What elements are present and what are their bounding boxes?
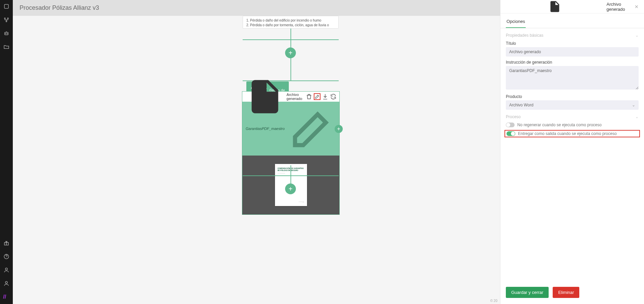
product-label: Producto xyxy=(506,94,639,99)
refresh-icon[interactable] xyxy=(330,93,337,100)
toggle-output-row: Entregar como salida cuando se ejecuta c… xyxy=(504,130,640,137)
svg-point-6 xyxy=(7,33,8,34)
toggle-noregen[interactable] xyxy=(506,123,515,127)
delete-button[interactable]: Eliminar xyxy=(553,287,579,298)
gift-icon[interactable] xyxy=(3,240,9,246)
home-icon[interactable] xyxy=(3,3,9,9)
toggle-noregen-label: No regenerar cuando se ejecuta como proc… xyxy=(517,123,602,127)
svg-point-10 xyxy=(5,281,7,283)
help-icon[interactable] xyxy=(3,254,9,260)
node-subtitle: GarantiasPDF_maestro xyxy=(246,127,285,131)
add-node-button[interactable]: + xyxy=(285,47,296,58)
svg-rect-0 xyxy=(4,4,8,8)
bot-icon[interactable] xyxy=(3,30,9,36)
svg-point-9 xyxy=(5,268,7,270)
flow-icon[interactable] xyxy=(3,17,9,23)
svg-point-3 xyxy=(6,21,7,22)
trash-icon[interactable] xyxy=(306,93,312,100)
svg-point-5 xyxy=(5,33,6,34)
generated-file-node[interactable]: Archivo generado GarantiasPDF_maestro CO… xyxy=(242,91,340,215)
pencil-icon[interactable] xyxy=(287,104,336,153)
save-button[interactable]: Guardar y cerrar xyxy=(506,287,549,298)
product-select[interactable]: Archivo Word xyxy=(506,100,639,110)
connector-line xyxy=(290,29,291,40)
user2-icon[interactable] xyxy=(3,280,9,286)
brand-logo: ll xyxy=(3,294,10,301)
node-header: Archivo generado xyxy=(242,92,339,102)
toggle-noregen-row: No regenerar cuando se ejecuta como proc… xyxy=(506,123,639,127)
toggle-output-label: Entregar como salida cuando se ejecuta c… xyxy=(518,131,617,136)
svg-point-1 xyxy=(4,18,5,19)
section-process[interactable]: Proceso xyxy=(506,114,639,119)
user-icon[interactable] xyxy=(3,267,9,273)
panel-header: Archivo generado ✕ xyxy=(500,0,644,13)
panel-body: Propiedades básicas Título Instrucción d… xyxy=(500,28,644,282)
properties-panel: Archivo generado ✕ Opciones Propiedades … xyxy=(500,0,644,304)
copyright: © 20 xyxy=(490,299,497,303)
instruction-label: Instrucción de generación xyxy=(506,60,639,65)
prev-node-line2: 2. Pérdida o daño por tormenta, ciclón, … xyxy=(246,23,335,29)
svg-point-2 xyxy=(7,18,8,19)
node-title: Archivo generado xyxy=(286,93,306,101)
section-basic[interactable]: Propiedades básicas xyxy=(506,33,639,38)
add-node-button[interactable]: + xyxy=(285,183,296,194)
toggle-output[interactable] xyxy=(507,131,515,136)
connector-hline xyxy=(243,175,339,176)
prev-node-card[interactable]: 1. Pérdida o daño del edificio por incen… xyxy=(243,16,339,29)
file-icon xyxy=(506,0,604,13)
title-input[interactable] xyxy=(506,47,639,57)
folder-icon[interactable] xyxy=(3,44,9,50)
connector-line xyxy=(290,40,291,80)
title-label: Título xyxy=(506,41,639,46)
edit-icon[interactable] xyxy=(314,93,320,100)
page-title: Procesador Pólizas Allianz v3 xyxy=(20,4,99,11)
file-icon xyxy=(245,77,285,116)
prev-node-line1: 1. Pérdida o daño del edificio por incen… xyxy=(246,18,335,23)
add-side-button[interactable]: + xyxy=(335,125,343,133)
close-icon[interactable]: ✕ xyxy=(635,4,639,9)
panel-title: Archivo generado xyxy=(607,2,632,12)
panel-tabs: Opciones xyxy=(500,13,644,28)
left-rail: ll xyxy=(0,0,13,304)
panel-footer: Guardar y cerrar Eliminar xyxy=(500,282,644,304)
tab-options[interactable]: Opciones xyxy=(506,15,526,28)
download-icon[interactable] xyxy=(322,93,329,100)
instruction-textarea[interactable] xyxy=(506,66,639,90)
